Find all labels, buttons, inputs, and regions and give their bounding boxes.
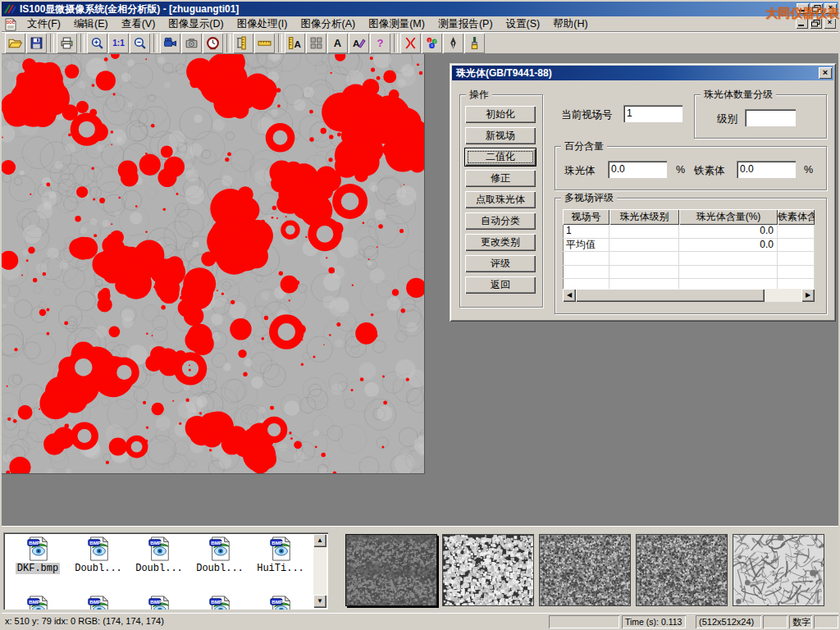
op-button-6[interactable]: 更改类别 bbox=[465, 234, 536, 251]
file-item-0[interactable]: BMPDKF.bmp bbox=[8, 536, 67, 574]
curve-cut-icon bbox=[404, 36, 418, 50]
op-button-0[interactable]: 初始化 bbox=[465, 106, 536, 123]
table-header-0[interactable]: 视场号 bbox=[563, 209, 609, 225]
file-item-2[interactable]: BMPDoubl... bbox=[130, 536, 189, 574]
table-cell bbox=[679, 279, 778, 289]
current-field-input[interactable]: 1 bbox=[623, 105, 682, 122]
op-button-8[interactable]: 返回 bbox=[465, 276, 536, 294]
menu-item-5[interactable]: 图像分析(A) bbox=[294, 16, 362, 32]
table-row[interactable] bbox=[563, 252, 815, 266]
table-row[interactable]: 10.0 bbox=[563, 225, 815, 239]
scroll-left-button[interactable]: ◀ bbox=[563, 289, 576, 302]
pen-button[interactable] bbox=[443, 33, 463, 53]
open-button[interactable] bbox=[5, 33, 25, 53]
menu-item-3[interactable]: 图像显示(D) bbox=[162, 16, 230, 32]
annotate-button[interactable]: A bbox=[349, 33, 369, 53]
video-camera-button[interactable] bbox=[160, 33, 180, 53]
mdi-close-button[interactable]: × bbox=[824, 18, 836, 29]
ruler-button[interactable] bbox=[254, 33, 275, 53]
menu-item-2[interactable]: 查看(V) bbox=[115, 16, 162, 32]
file-item-row2-1[interactable]: BMP bbox=[69, 596, 128, 609]
file-item-4[interactable]: BMPHuiTi... bbox=[251, 536, 310, 574]
mdi-minimize-button[interactable] bbox=[796, 18, 808, 29]
menu-item-0[interactable]: 文件(F) bbox=[21, 16, 67, 32]
table-header-1[interactable]: 珠光体级别 bbox=[609, 209, 679, 225]
file-item-row2-2[interactable]: BMP bbox=[130, 596, 189, 609]
dialog-close-button[interactable]: × bbox=[819, 67, 832, 79]
table-row[interactable]: 平均值0.0 bbox=[563, 239, 815, 253]
text-button[interactable]: A bbox=[327, 33, 348, 53]
menu-item-1[interactable]: 编辑(E) bbox=[67, 16, 115, 32]
file-item-row2-3[interactable]: BMP bbox=[190, 596, 249, 609]
sample-thumbnail-2[interactable] bbox=[539, 534, 631, 606]
table-header-3[interactable]: 铁素体含量(%) bbox=[778, 209, 815, 225]
sample-thumbnail-3[interactable] bbox=[636, 534, 728, 606]
toolbar-separator bbox=[278, 34, 282, 52]
mdi-restore-button[interactable] bbox=[810, 18, 822, 29]
grade-input[interactable] bbox=[745, 109, 796, 126]
dialog-title-bar[interactable]: 珠光体(GB/T9441-88) bbox=[452, 66, 833, 80]
scroll-right-button[interactable]: ▶ bbox=[801, 289, 815, 302]
classify-button[interactable]: 123 bbox=[422, 33, 442, 53]
one-to-one-button[interactable]: 1:1 bbox=[108, 33, 129, 53]
file-item-row2-0[interactable]: BMP bbox=[8, 596, 67, 609]
op-button-3[interactable]: 修正 bbox=[465, 170, 536, 187]
brush-button[interactable] bbox=[464, 33, 485, 53]
file-item-3[interactable]: BMPDoubl... bbox=[190, 536, 249, 574]
scroll-up-button[interactable]: ▲ bbox=[313, 534, 326, 547]
table-cell: 平均值 bbox=[563, 239, 609, 252]
sample-thumbnail-1[interactable] bbox=[442, 534, 534, 606]
measure-text-button[interactable]: A bbox=[285, 33, 305, 53]
help-button[interactable]: ? bbox=[370, 33, 390, 53]
bmp-file-icon: BMP bbox=[130, 536, 189, 561]
menu-item-4[interactable]: 图像处理(I) bbox=[231, 16, 294, 32]
menu-item-9[interactable]: 帮助(H) bbox=[546, 16, 594, 32]
minimize-button[interactable] bbox=[797, 3, 809, 14]
op-button-4[interactable]: 点取珠光体 bbox=[465, 191, 536, 208]
file-item-1[interactable]: BMPDoubl... bbox=[69, 536, 128, 574]
scroll-down-button[interactable]: ▼ bbox=[313, 595, 326, 608]
file-list[interactable]: BMPBMPHuiTi...BMPBMPDoubl...BMPBMPDoubl.… bbox=[3, 532, 328, 609]
sample-thumbnail-4[interactable] bbox=[733, 534, 824, 606]
measure-text-icon: A bbox=[288, 36, 302, 50]
document-icon[interactable]: DOC bbox=[4, 18, 17, 31]
help-icon: ? bbox=[377, 37, 384, 49]
timer-button[interactable] bbox=[203, 33, 223, 53]
close-button[interactable]: × bbox=[824, 3, 837, 14]
curve-cut-button[interactable] bbox=[400, 33, 421, 53]
caliper-button[interactable] bbox=[233, 33, 253, 53]
sample-thumbnail-0[interactable] bbox=[345, 534, 437, 606]
pearlite-input[interactable]: 0.0 bbox=[608, 161, 667, 178]
ferrite-input[interactable]: 0.0 bbox=[737, 161, 796, 178]
file-list-scrollbar[interactable]: ▲ ▼ bbox=[313, 534, 326, 608]
table-header-2[interactable]: 珠光体含量(%) bbox=[679, 209, 778, 225]
toolbar-separator bbox=[394, 34, 398, 52]
print-button[interactable] bbox=[57, 33, 77, 53]
scrollbar-thumb[interactable] bbox=[576, 289, 765, 302]
zoom-out-button[interactable] bbox=[130, 33, 150, 53]
zoom-in-button[interactable] bbox=[87, 33, 107, 53]
table-horizontal-scrollbar[interactable]: ◀ ▶ bbox=[563, 289, 815, 302]
toolbar: 1:1AAA?123 bbox=[2, 32, 840, 54]
brush-icon bbox=[468, 36, 482, 50]
menu-item-8[interactable]: 设置(S) bbox=[500, 16, 547, 32]
table-row[interactable] bbox=[563, 266, 815, 280]
status-panel-empty-2 bbox=[763, 615, 788, 628]
grid-button[interactable] bbox=[306, 33, 326, 53]
menu-item-7[interactable]: 测量报告(P) bbox=[431, 16, 500, 32]
op-button-7[interactable]: 评级 bbox=[465, 255, 536, 272]
file-item-row2-4[interactable]: BMP bbox=[251, 596, 310, 609]
operation-group-label: 操作 bbox=[466, 89, 492, 99]
photo-camera-button[interactable] bbox=[181, 33, 202, 53]
op-button-2[interactable]: 二值化 bbox=[465, 148, 536, 166]
table-row[interactable] bbox=[563, 279, 815, 289]
multifield-table[interactable]: 视场号珠光体级别珠光体含量(%)铁素体含量(%)10.0平均值0.0 bbox=[563, 209, 815, 289]
menu-item-6[interactable]: 图像测量(M) bbox=[362, 16, 431, 32]
op-button-1[interactable]: 新视场 bbox=[465, 127, 536, 144]
classify-icon: 123 bbox=[425, 36, 439, 50]
save-button[interactable] bbox=[26, 33, 47, 53]
metallographic-image[interactable] bbox=[1, 54, 425, 474]
restore-button[interactable] bbox=[810, 3, 823, 14]
toolbar-separator bbox=[80, 34, 84, 52]
op-button-5[interactable]: 自动分类 bbox=[465, 212, 536, 230]
